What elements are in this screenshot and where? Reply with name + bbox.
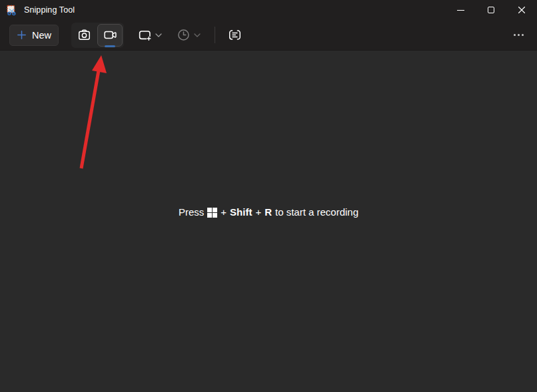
snip-shape-dropdown[interactable] <box>134 25 166 46</box>
clock-icon <box>177 28 191 42</box>
plus-icon <box>17 30 27 40</box>
new-button-label: New <box>32 30 51 41</box>
delay-dropdown <box>173 25 205 46</box>
titlebar-left: Snipping Tool <box>0 0 75 20</box>
recording-shortcut-hint: Press + Shift + R to start a recording <box>0 206 537 218</box>
hint-plus-2: + <box>255 206 261 218</box>
toolbar-divider <box>215 27 215 43</box>
maximize-button[interactable] <box>476 0 506 20</box>
toolbar: New <box>0 20 537 51</box>
close-button[interactable] <box>506 0 537 20</box>
text-actions-icon <box>228 28 242 42</box>
hint-key-shift: Shift <box>230 206 252 218</box>
camera-icon <box>77 28 91 42</box>
window-title: Snipping Tool <box>24 5 75 15</box>
selected-mode-indicator <box>105 45 115 47</box>
hint-press: Press <box>179 206 204 218</box>
snipping-tool-window: Snipping Tool New <box>0 0 537 392</box>
video-camera-icon <box>103 28 117 42</box>
windows-logo-key-icon <box>207 208 217 218</box>
close-icon <box>518 6 526 14</box>
snapshot-mode-button[interactable] <box>73 25 95 46</box>
chevron-down-icon <box>155 33 162 37</box>
maximize-icon <box>488 7 494 13</box>
titlebar: Snipping Tool <box>0 0 537 20</box>
chevron-down-icon <box>194 33 201 37</box>
mode-switcher <box>71 23 124 48</box>
record-mode-button[interactable] <box>97 24 123 47</box>
text-actions-button[interactable] <box>224 25 245 46</box>
window-controls <box>445 0 537 20</box>
minimize-icon <box>457 10 464 11</box>
ellipsis-icon <box>514 34 516 36</box>
minimize-button[interactable] <box>445 0 476 20</box>
more-options-button[interactable] <box>508 26 529 45</box>
hint-key-r: R <box>265 206 272 218</box>
capture-canvas: Press + Shift + R to start a recording <box>0 51 537 392</box>
hint-suffix: to start a recording <box>275 206 358 218</box>
new-button[interactable]: New <box>9 25 59 46</box>
rectangle-plus-icon <box>138 28 152 42</box>
hint-plus-1: + <box>221 206 227 218</box>
snipping-tool-app-icon <box>6 5 17 16</box>
